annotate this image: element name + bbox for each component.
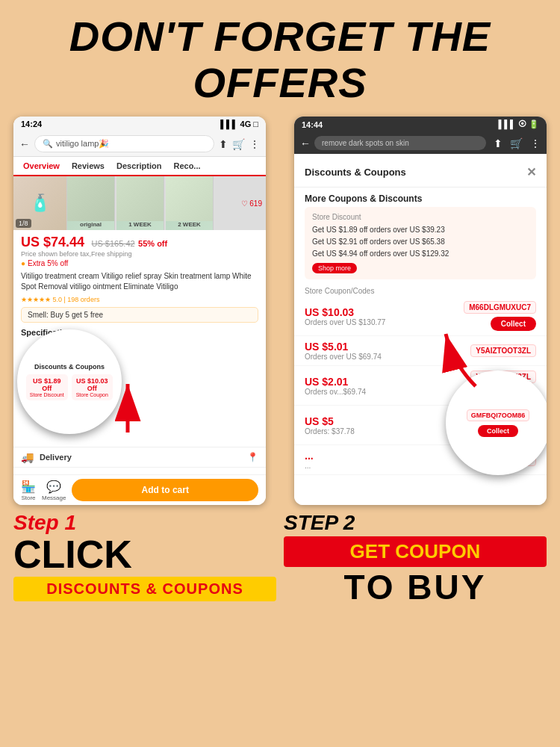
- tab-overview[interactable]: Overview: [17, 157, 66, 176]
- store-discount-2: Get US $2.91 off orders over US $65.38: [312, 236, 529, 248]
- phone2-back-icon[interactable]: ←: [300, 137, 311, 149]
- phone1-status-bar: 14:24 ▌▌▌ 4G □: [13, 117, 266, 131]
- discounts-magnifier: Discounts & Coupons US $1.89 Off Store D…: [17, 329, 122, 434]
- product-title: Vitiligo treatment cream Vitiligo relief…: [13, 269, 266, 294]
- modal-subtitle: More Coupons & Discounts: [294, 187, 547, 207]
- phone1-nav-tabs: Overview Reviews Description Reco...: [13, 157, 266, 176]
- coupon-1-collect-button[interactable]: Collect: [491, 317, 536, 331]
- search-icon: 🔍: [43, 139, 53, 149]
- phone2-more-icon[interactable]: ⋮: [530, 137, 541, 149]
- stars: ★★★★★ 5.0 | 198 orders: [21, 296, 99, 303]
- mag-type-2: Store Coupon: [74, 392, 111, 397]
- phone2-signal: ▌▌▌ ⦿ 🔋: [499, 120, 540, 129]
- back-icon[interactable]: ←: [19, 138, 30, 150]
- store-label: Store: [21, 495, 35, 501]
- buy-more-section: Smell: Buy 5 get 5 free: [21, 307, 258, 323]
- mag2-collect: Collect: [478, 425, 518, 437]
- mag-item-store-discount: US $1.89 Off Store Discount: [26, 374, 68, 400]
- coupon-2-min: Orders over US $69.74: [305, 353, 382, 361]
- coupon-5-amount: ...: [305, 450, 314, 462]
- mag2-code: GMFBQI7OOM86: [467, 409, 530, 421]
- share-icon[interactable]: ⬆: [219, 138, 228, 150]
- thumb-original: original: [67, 176, 115, 230]
- coupon-5-left: ... ...: [305, 450, 314, 470]
- extra-off: ● Extra 5% off: [21, 259, 258, 267]
- page-title: DON'T FORGET THE OFFERS: [0, 0, 560, 113]
- mag-title: Discounts & Coupons: [34, 363, 105, 371]
- thumb-2week: 2 WEEK: [166, 176, 214, 230]
- message-icon-btn[interactable]: 💬 Message: [42, 480, 66, 501]
- phone1-search-bar: ← 🔍 vitiligo lamp🎉 ⬆ 🛒 ⋮: [13, 131, 266, 157]
- price-original: US $165.42: [92, 239, 135, 248]
- thumb-label-1week: 1 WEEK: [128, 221, 152, 228]
- shop-more-button[interactable]: Shop more: [312, 263, 357, 273]
- phones-container: 14:24 ▌▌▌ 4G □ ← 🔍 vitiligo lamp🎉 ⬆ 🛒 ⋮ …: [0, 117, 560, 505]
- price-main: US $74.44: [21, 235, 84, 249]
- phone2-screen: 14:44 ▌▌▌ ⦿ 🔋 ← remove dark spots on ski…: [294, 117, 547, 505]
- price-section: US $74.44 US $165.42 55% off Price shown…: [13, 230, 266, 269]
- phone2-search-bar: ← remove dark spots on skin ⬆ 🛒 ⋮: [294, 132, 547, 154]
- search-text: vitiligo lamp🎉: [56, 139, 109, 149]
- delivery-label: Delivery: [40, 453, 72, 462]
- coupon-2-left: US $5.01 Orders over US $69.74: [305, 341, 382, 361]
- tab-reviews[interactable]: Reviews: [66, 157, 111, 175]
- step1-label: Step 1: [13, 511, 276, 535]
- phone1-time: 14:24: [21, 120, 42, 128]
- phone2-search-text: remove dark spots on skin: [322, 139, 409, 147]
- coupon-section-label: Store Coupon/Codes: [294, 284, 547, 297]
- steps-container: Step 1 CLICK DISCOUNTS & COUPONS STEP 2 …: [0, 505, 560, 607]
- coupon-5-min: ...: [305, 462, 314, 470]
- phone1-screen: 14:24 ▌▌▌ 4G □ ← 🔍 vitiligo lamp🎉 ⬆ 🛒 ⋮ …: [13, 117, 266, 505]
- phone2-time: 14:44: [302, 120, 323, 129]
- magnifier-content: Discounts & Coupons US $1.89 Off Store D…: [20, 332, 119, 431]
- phone2-search-input[interactable]: remove dark spots on skin: [314, 136, 486, 150]
- modal-title: Discounts & Coupons: [305, 167, 406, 178]
- coupon-row-1: US $10.03 Orders over US $130.77 M66DLGM…: [294, 297, 547, 336]
- coupon-1-code: M66DLGMUXUC7: [464, 301, 536, 314]
- coupon-1-min: Orders over US $130.77: [305, 318, 385, 326]
- phone1-search-input[interactable]: 🔍 vitiligo lamp🎉: [34, 135, 214, 152]
- mag-item-store-coupon: US $10.03 Off Store Coupon: [72, 374, 113, 400]
- step2-label: STEP 2: [284, 511, 547, 535]
- delivery-icon: 🚚: [21, 451, 34, 463]
- arrow-up-1: [109, 376, 146, 439]
- mag-type-1: Store Discount: [28, 392, 66, 397]
- cart-icon[interactable]: 🛒: [232, 138, 245, 150]
- step2: STEP 2 GET COUPON TO BUY: [284, 511, 547, 607]
- coupon-row-2: US $5.01 Orders over US $69.74 Y5AIZTOOT…: [294, 336, 547, 366]
- store-discount-label: Store Discount: [312, 213, 529, 221]
- coupon-4-amount: US $5: [305, 415, 355, 427]
- product-main-image: 🧴 1/8: [13, 176, 67, 230]
- tab-reco[interactable]: Reco...: [167, 157, 206, 175]
- coupon-4-min: Orders: $37.78: [305, 427, 355, 436]
- message-icon: 💬: [46, 480, 61, 494]
- step2-action: TO BUY: [284, 567, 547, 607]
- tab-description[interactable]: Description: [111, 157, 168, 175]
- thumb-1week: 1 WEEK: [116, 176, 164, 230]
- mag-amount-1: US $1.89 Off: [28, 377, 66, 392]
- modal-header: Discounts & Coupons ✕: [294, 158, 547, 187]
- stars-row: ★★★★★ 5.0 | 198 orders: [13, 294, 266, 305]
- store-icon-btn[interactable]: 🏪 Store: [21, 480, 36, 501]
- modal-close-icon[interactable]: ✕: [526, 165, 536, 179]
- store-icon: 🏪: [21, 480, 36, 494]
- coupon-3-amount: US $2.01: [305, 376, 366, 388]
- phone2-status-bar: 14:44 ▌▌▌ ⦿ 🔋: [294, 117, 547, 132]
- thumb-label-original: original: [80, 221, 102, 228]
- delivery-bar: 🚚 Delivery 📍: [13, 447, 266, 468]
- coupon-3-min: Orders ov...$69.74: [305, 388, 366, 396]
- more-icon[interactable]: ⋮: [249, 138, 260, 150]
- product-images: 🧴 1/8 original 1 WEEK 2 WEEK ♡ 6: [13, 176, 266, 230]
- product-thumbnails: original 1 WEEK 2 WEEK ♡ 619: [67, 176, 266, 230]
- image-counter: 1/8: [16, 219, 31, 228]
- arrow-up-2: [438, 326, 483, 397]
- coupon-1-amount: US $10.03: [305, 306, 385, 318]
- mag-amount-2: US $10.03 Off: [74, 377, 111, 392]
- coupon-1-left: US $10.03 Orders over US $130.77: [305, 306, 385, 326]
- phone2-share-icon[interactable]: ⬆: [494, 137, 503, 149]
- thumb-label-2week: 2 WEEK: [178, 221, 201, 228]
- step2-badge: GET COUPON: [284, 536, 547, 567]
- store-discount-3: Get US $4.94 off orders over US $129.32: [312, 248, 529, 260]
- phone2-cart-icon[interactable]: 🛒: [510, 137, 523, 149]
- add-to-cart-button[interactable]: Add to cart: [72, 479, 258, 501]
